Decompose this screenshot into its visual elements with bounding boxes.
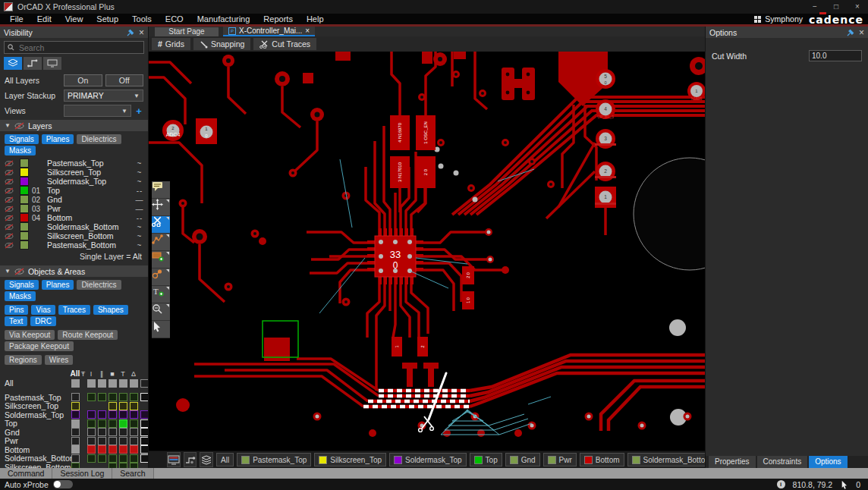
console-tab[interactable]: Search: [112, 468, 153, 479]
matrix-cell[interactable]: [108, 437, 117, 445]
matrix-cell[interactable]: [98, 379, 106, 388]
matrix-cell[interactable]: [130, 393, 138, 401]
layer-row[interactable]: Pastemask_Bottom ~: [0, 240, 148, 250]
object-chip[interactable]: DRC: [30, 316, 56, 326]
object-chip[interactable]: Route Keepout: [58, 330, 118, 340]
matrix-cell[interactable]: [140, 393, 149, 401]
matrix-cell[interactable]: [71, 463, 80, 468]
matrix-row[interactable]: Soldermask_Top: [0, 410, 148, 419]
route-vision-button[interactable]: [184, 452, 197, 467]
layer-button[interactable]: Gnd: [505, 453, 540, 466]
matrix-cell[interactable]: [87, 437, 96, 445]
layer-button[interactable]: Top: [470, 453, 502, 466]
object-chip[interactable]: Wires: [45, 355, 74, 365]
matrix-cell[interactable]: [71, 402, 80, 410]
filter-chip[interactable]: Dielectrics: [77, 134, 121, 144]
matrix-cell[interactable]: [140, 437, 149, 445]
layer-button[interactable]: Bottom: [580, 453, 624, 466]
matrix-cell[interactable]: [119, 428, 127, 436]
matrix-cell[interactable]: [119, 393, 127, 401]
matrix-cell[interactable]: [98, 437, 106, 445]
matrix-cell[interactable]: [98, 445, 106, 454]
panel-close-icon[interactable]: ×: [139, 29, 144, 36]
menu-item[interactable]: Tools: [125, 14, 159, 24]
add-shape-tool-button[interactable]: [152, 251, 170, 269]
pcb-canvas[interactable]: 4 N16970 1 OSC_EN 3 N17010 2 0 2 0 1 0 1…: [149, 52, 705, 451]
matrix-cell[interactable]: [140, 379, 149, 388]
layer-button[interactable]: Silkscreen_Top: [314, 453, 386, 466]
panel-tab[interactable]: Constraints: [757, 456, 808, 468]
info-icon[interactable]: i: [777, 480, 785, 488]
matrix-cell[interactable]: [130, 419, 138, 428]
eye-crossed-icon[interactable]: [5, 196, 14, 203]
layer-row[interactable]: 04 Bottom --: [0, 213, 148, 222]
move-tool-button[interactable]: [152, 199, 170, 216]
nets-view-toggle[interactable]: [24, 57, 42, 70]
layer-button[interactable]: Soldermask_Top: [389, 453, 466, 466]
object-chip[interactable]: Vias: [31, 305, 55, 315]
matrix-cell[interactable]: [119, 402, 127, 410]
matrix-cell[interactable]: [130, 379, 138, 388]
layer-button[interactable]: Pastemask_Top: [237, 453, 311, 466]
matrix-cell[interactable]: [98, 454, 106, 463]
matrix-row[interactable]: Gnd: [0, 428, 148, 437]
object-chip[interactable]: Traces: [58, 305, 90, 315]
matrix-cell[interactable]: [87, 454, 96, 463]
grids-button[interactable]: #Grids: [152, 38, 190, 50]
matrix-cell[interactable]: [130, 445, 138, 454]
eye-crossed-icon[interactable]: [5, 206, 14, 212]
matrix-cell[interactable]: [140, 410, 149, 419]
matrix-cell[interactable]: [108, 379, 117, 388]
matrix-cell[interactable]: [108, 428, 117, 436]
tab-start-page[interactable]: Start Page: [155, 27, 219, 36]
matrix-cell[interactable]: [108, 410, 117, 419]
menu-item[interactable]: Manufacturing: [190, 14, 257, 24]
layer-row[interactable]: Pastemask_Top ~: [0, 159, 148, 168]
cut-traces-button[interactable]: Cut Traces: [253, 38, 316, 50]
eye-crossed-icon[interactable]: [5, 242, 14, 249]
matrix-row[interactable]: Soldermask_Bottom: [0, 454, 148, 463]
matrix-cell[interactable]: [98, 393, 106, 401]
comment-tool-button[interactable]: [152, 181, 170, 199]
all-layers-off-button[interactable]: Off: [105, 74, 144, 86]
pin-icon[interactable]: [127, 29, 134, 36]
panel-close-icon[interactable]: ×: [859, 29, 864, 36]
search-box[interactable]: [4, 41, 144, 54]
filter-chip[interactable]: Dielectrics: [77, 280, 121, 290]
layer-button-all[interactable]: All: [216, 453, 234, 466]
matrix-row[interactable]: Silkscreen_Bottom: [0, 463, 148, 469]
matrix-cell[interactable]: [119, 454, 127, 463]
matrix-cell[interactable]: [87, 410, 96, 419]
views-select[interactable]: ▼: [64, 105, 131, 117]
filter-chip[interactable]: Signals: [5, 280, 39, 290]
add-text-tool-button[interactable]: T: [152, 286, 170, 303]
tab-active-design[interactable]: P X-Controller_Mai... ×: [223, 27, 315, 36]
matrix-cell[interactable]: [98, 419, 106, 428]
selected-cut-traces[interactable]: [363, 391, 470, 407]
matrix-cell[interactable]: [87, 428, 96, 436]
console-tab[interactable]: Session Log: [52, 468, 112, 479]
add-view-button[interactable]: +: [134, 105, 143, 117]
eye-crossed-icon[interactable]: [5, 160, 14, 167]
matrix-cell[interactable]: [108, 454, 117, 463]
auto-xprobe-toggle[interactable]: [53, 480, 73, 488]
symphony-button[interactable]: Symphony: [754, 14, 803, 24]
layer-row[interactable]: Soldermask_Bottom ~: [0, 222, 148, 231]
matrix-row[interactable]: Top: [0, 419, 148, 428]
matrix-cell[interactable]: [130, 402, 138, 410]
matrix-cell[interactable]: [98, 428, 106, 436]
menu-item[interactable]: File: [3, 14, 30, 24]
filter-chip[interactable]: Masks: [5, 146, 36, 155]
matrix-cell[interactable]: [130, 463, 138, 468]
cut-traces-tool-button[interactable]: [152, 216, 170, 234]
matrix-cell[interactable]: [71, 393, 80, 401]
matrix-cell[interactable]: [71, 410, 80, 419]
filter-chip[interactable]: Masks: [5, 291, 36, 301]
matrix-cell[interactable]: [140, 445, 149, 454]
matrix-cell[interactable]: [71, 437, 80, 445]
object-chip[interactable]: Package Keepout: [5, 341, 74, 351]
matrix-cell[interactable]: [87, 445, 96, 454]
matrix-cell[interactable]: [98, 410, 106, 419]
matrix-cell[interactable]: [140, 428, 149, 436]
matrix-cell[interactable]: [71, 454, 80, 463]
